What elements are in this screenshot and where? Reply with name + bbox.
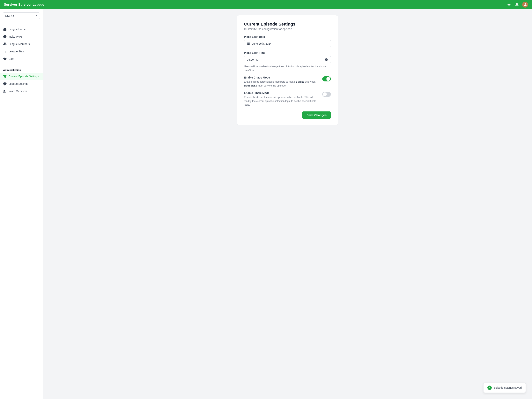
sidebar-label-league-home: League Home [9, 28, 26, 31]
sidebar-label-invite-members: Invite Members [9, 90, 27, 93]
save-changes-button[interactable]: Save Changes [302, 111, 331, 119]
chaos-mode-toggle[interactable] [322, 76, 331, 81]
picks-icon [3, 35, 7, 38]
user-avatar[interactable] [522, 2, 528, 8]
svg-rect-19 [247, 43, 250, 45]
sidebar-label-make-picks: Make Picks [9, 35, 23, 38]
layout: SSL 46 SSL 45 SSL 44 League Home Make Pi… [0, 9, 532, 399]
svg-point-16 [4, 90, 5, 91]
picks-lock-hint: Users will be unable to change their pic… [244, 64, 331, 72]
finale-mode-slider [322, 92, 331, 97]
gear-icon [3, 82, 7, 85]
league-selector-wrapper: SSL 46 SSL 45 SSL 44 [0, 13, 43, 22]
finale-mode-toggle[interactable] [322, 92, 331, 97]
league-selector[interactable]: SSL 46 SSL 45 SSL 44 [3, 13, 40, 19]
finale-mode-info: Enable Finale Mode Enable this to set th… [244, 91, 319, 107]
picks-lock-time-label: Picks Lock Time [244, 51, 331, 54]
toast-check-icon [488, 386, 492, 390]
finale-mode-desc: Enable this to set the current episode t… [244, 95, 319, 107]
chaos-mode-info: Enable Chaos Mode Enable this to force l… [244, 76, 319, 87]
bell-icon[interactable] [514, 2, 519, 7]
svg-point-0 [508, 4, 510, 6]
svg-point-10 [4, 43, 5, 44]
main-content: Current Episode Settings Customize the c… [43, 9, 532, 399]
sidebar-label-league-settings: League Settings [9, 82, 28, 85]
sidebar-divider-1 [0, 24, 43, 24]
sidebar-label-league-stats: League Stats [9, 50, 25, 53]
home-icon [3, 27, 7, 31]
card-footer: Save Changes [244, 111, 331, 119]
picks-lock-date-input-wrapper [244, 40, 331, 47]
sidebar-divider-2 [0, 64, 43, 64]
calendar-icon [247, 42, 250, 45]
clock-icon [325, 58, 328, 61]
app-title: Survivor Survivor League [4, 3, 44, 7]
sidebar-label-league-members: League Members [9, 42, 30, 45]
picks-lock-date-group: Picks Lock Date [244, 35, 331, 47]
picks-lock-time-input-wrapper [244, 56, 331, 63]
top-nav: Survivor Survivor League [0, 0, 532, 9]
chaos-mode-bold1: 2 picks [296, 80, 304, 83]
sidebar-label-cast: Cast [9, 57, 14, 60]
picks-lock-date-label: Picks Lock Date [244, 35, 331, 38]
picks-lock-time-group: Picks Lock Time Users will be unable to … [244, 51, 331, 72]
stats-icon [3, 50, 7, 53]
sidebar-item-current-episode-settings[interactable]: Current Episode Settings [0, 73, 43, 80]
chaos-mode-bold2: Both picks [244, 84, 257, 87]
trophy-icon [3, 75, 7, 78]
sidebar-item-invite-members[interactable]: Invite Members [0, 87, 43, 95]
sidebar: SSL 46 SSL 45 SSL 44 League Home Make Pi… [0, 9, 43, 399]
sidebar-item-cast[interactable]: Cast [0, 55, 43, 63]
episode-settings-card: Current Episode Settings Customize the c… [237, 15, 338, 125]
cast-icon [3, 57, 7, 61]
sidebar-item-make-picks[interactable]: Make Picks [0, 33, 43, 40]
finale-mode-row: Enable Finale Mode Enable this to set th… [244, 91, 331, 107]
admin-section-label: Administration [0, 66, 43, 73]
toast-notification: Episode settings saved [483, 383, 526, 393]
sidebar-label-current-episode-settings: Current Episode Settings [9, 75, 39, 78]
picks-lock-time-input[interactable] [247, 58, 323, 61]
sun-icon[interactable] [507, 2, 511, 7]
sidebar-item-league-home[interactable]: League Home [0, 26, 43, 33]
picks-lock-date-input[interactable] [252, 42, 328, 45]
card-title: Current Episode Settings [244, 22, 331, 27]
sidebar-item-league-settings[interactable]: League Settings [0, 80, 43, 87]
finale-mode-label: Enable Finale Mode [244, 91, 319, 95]
svg-marker-14 [4, 58, 6, 60]
sidebar-item-league-stats[interactable]: League Stats [0, 48, 43, 55]
toast-message: Episode settings saved [494, 386, 522, 389]
card-subtitle: Customize the configuration for episode … [244, 27, 331, 31]
chaos-mode-label: Enable Chaos Mode [244, 76, 319, 79]
chaos-mode-row: Enable Chaos Mode Enable this to force l… [244, 76, 331, 87]
sidebar-item-league-members[interactable]: League Members [0, 40, 43, 48]
chaos-mode-slider [322, 76, 331, 81]
topnav-actions [507, 2, 528, 8]
invite-icon [3, 90, 7, 93]
members-icon [3, 42, 7, 46]
chaos-mode-desc: Enable this to force league members to m… [244, 80, 319, 87]
